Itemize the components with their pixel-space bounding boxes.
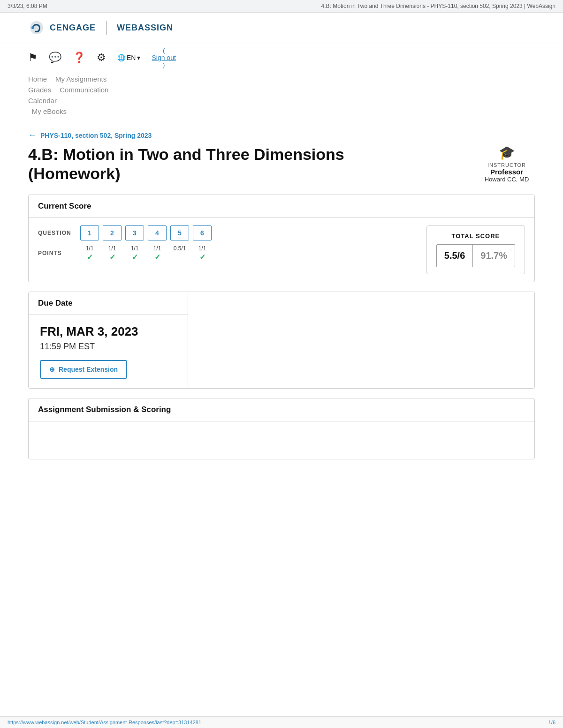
check-6: ✓ — [193, 253, 212, 262]
check-1: ✓ — [80, 253, 99, 262]
request-ext-icon: ⊕ — [49, 366, 55, 373]
assignment-header: 4.B: Motion in Two and Three Dimensions … — [28, 145, 535, 183]
bottom-url: https://www.webassign.net/web/Student/As… — [8, 720, 201, 725]
nav-home[interactable]: Home — [28, 75, 47, 83]
flag-icon[interactable]: ⚑ — [28, 52, 38, 64]
nav-icons-row: ⚑ 💬 ❓ ⚙ 🌐 EN ▾ ( Sign out ) — [0, 43, 563, 72]
check-3: ✓ — [125, 253, 144, 262]
current-score-header: Current Score — [29, 195, 534, 218]
submission-header: Assignment Submission & Scoring — [29, 398, 534, 421]
question-btn-4[interactable]: 4 — [148, 225, 167, 240]
back-arrow-icon[interactable]: ← — [28, 130, 37, 140]
question-btn-3[interactable]: 3 — [125, 225, 144, 240]
nav-grades[interactable]: Grades — [28, 86, 51, 94]
cengage-logo-text: CENGAGE — [50, 23, 96, 33]
language-selector[interactable]: 🌐 EN ▾ — [117, 54, 140, 61]
point-cell-4: 1/1 ✓ — [148, 245, 167, 262]
question-btn-2[interactable]: 2 — [103, 225, 122, 240]
instructor-name: Professor — [479, 168, 535, 176]
instructor-school: Howard CC, MD — [479, 176, 535, 183]
sub-nav-3: My eBooks — [0, 106, 563, 121]
total-score-box: TOTAL SCORE 5.5/6 91.7% — [426, 225, 525, 274]
header: CENGAGE WEBASSIGN — [0, 13, 563, 43]
instructor-icon: 🎓 — [479, 145, 535, 160]
question-buttons: 1 2 3 4 5 6 — [80, 225, 212, 240]
total-score-label: TOTAL SCORE — [436, 233, 515, 240]
logo-divider — [106, 21, 107, 35]
submission-body — [29, 421, 534, 459]
request-extension-button[interactable]: ⊕ Request Extension — [40, 360, 127, 379]
nav-calendar[interactable]: Calendar — [28, 97, 57, 105]
nav-my-assignments[interactable]: My Assignments — [55, 75, 107, 83]
page-content: ← PHYS-110, section 502, Spring 2023 4.B… — [0, 121, 563, 478]
lang-label: EN — [127, 54, 136, 61]
due-date-section: Due Date FRI, MAR 3, 2023 11:59 PM EST ⊕… — [28, 292, 535, 389]
page-indicator: 1/6 — [548, 720, 555, 725]
total-score-values: 5.5/6 91.7% — [436, 244, 515, 267]
instructor-box: 🎓 INSTRUCTOR Professor Howard CC, MD — [479, 145, 535, 183]
point-cell-3: 1/1 ✓ — [125, 245, 144, 262]
question-btn-6[interactable]: 6 — [193, 225, 212, 240]
cengage-logo-icon — [28, 19, 45, 36]
assignment-title: 4.B: Motion in Two and Three Dimensions … — [28, 145, 380, 183]
sub-nav-2: Calendar — [0, 96, 563, 106]
question-btn-1[interactable]: 1 — [80, 225, 99, 240]
point-cell-5: 0.5/1 ✓ — [170, 245, 189, 262]
logo-area: CENGAGE WEBASSIGN — [28, 19, 173, 36]
due-date-col: Due Date FRI, MAR 3, 2023 11:59 PM EST ⊕… — [29, 292, 188, 388]
question-label: QUESTION — [38, 230, 80, 236]
breadcrumb: ← PHYS-110, section 502, Spring 2023 — [28, 130, 535, 140]
points-values: 1/1 ✓ 1/1 ✓ 1/1 ✓ 1/1 ✓ — [80, 245, 212, 262]
browser-page-title: 4.B: Motion in Two and Three Dimensions … — [321, 3, 555, 9]
sign-out-wrap: ( Sign out ) — [152, 47, 175, 68]
due-date-right-panel — [188, 292, 534, 388]
due-date-time: 11:59 PM EST — [40, 342, 176, 352]
score-percent: 91.7% — [473, 245, 515, 267]
instructor-label: INSTRUCTOR — [479, 162, 535, 168]
point-cell-6: 1/1 ✓ — [193, 245, 212, 262]
due-date-main: FRI, MAR 3, 2023 — [40, 324, 176, 339]
question-btn-5[interactable]: 5 — [170, 225, 189, 240]
point-cell-2: 1/1 ✓ — [103, 245, 122, 262]
main-nav: Home My Assignments — [0, 72, 563, 85]
points-row: POINTS 1/1 ✓ 1/1 ✓ 1/1 ✓ — [38, 245, 412, 262]
score-table: QUESTION 1 2 3 4 5 6 POINTS 1/1 — [29, 218, 534, 282]
score-fraction: 5.5/6 — [437, 245, 473, 267]
sign-out-bracket-close: ) — [163, 61, 165, 68]
question-row: QUESTION 1 2 3 4 5 6 — [38, 225, 412, 240]
browser-timestamp: 3/3/23, 6:08 PM — [8, 3, 47, 9]
sign-out-bracket-open: ( — [163, 47, 165, 54]
svg-point-1 — [31, 26, 34, 29]
help-icon[interactable]: ❓ — [73, 52, 85, 64]
globe-icon: 🌐 — [117, 54, 125, 61]
submission-section: Assignment Submission & Scoring — [28, 398, 535, 459]
sign-out-link[interactable]: Sign out — [152, 54, 175, 61]
points-label: POINTS — [38, 250, 80, 256]
questions-area: QUESTION 1 2 3 4 5 6 POINTS 1/1 — [38, 225, 412, 266]
settings-icon[interactable]: ⚙ — [97, 52, 106, 64]
check-4: ✓ — [148, 253, 167, 262]
bottom-bar: https://www.webassign.net/web/Student/As… — [0, 716, 563, 728]
request-ext-label: Request Extension — [59, 366, 118, 373]
check-2: ✓ — [103, 253, 122, 262]
chat-icon[interactable]: 💬 — [49, 52, 61, 64]
due-date-header: Due Date — [29, 292, 188, 315]
nav-communication[interactable]: Communication — [60, 86, 108, 94]
chevron-down-icon: ▾ — [137, 54, 140, 61]
sub-nav-1: Grades Communication — [0, 85, 563, 96]
point-cell-1: 1/1 ✓ — [80, 245, 99, 262]
nav-my-ebooks[interactable]: My eBooks — [32, 107, 67, 115]
current-score-card: Current Score QUESTION 1 2 3 4 5 6 — [28, 195, 535, 282]
browser-bar: 3/3/23, 6:08 PM 4.B: Motion in Two and T… — [0, 0, 563, 13]
webassign-logo-text: WEBASSIGN — [117, 23, 173, 33]
check-5: ✓ — [170, 253, 189, 262]
due-date-body: FRI, MAR 3, 2023 11:59 PM EST ⊕ Request … — [29, 315, 188, 388]
breadcrumb-link[interactable]: PHYS-110, section 502, Spring 2023 — [40, 132, 152, 139]
